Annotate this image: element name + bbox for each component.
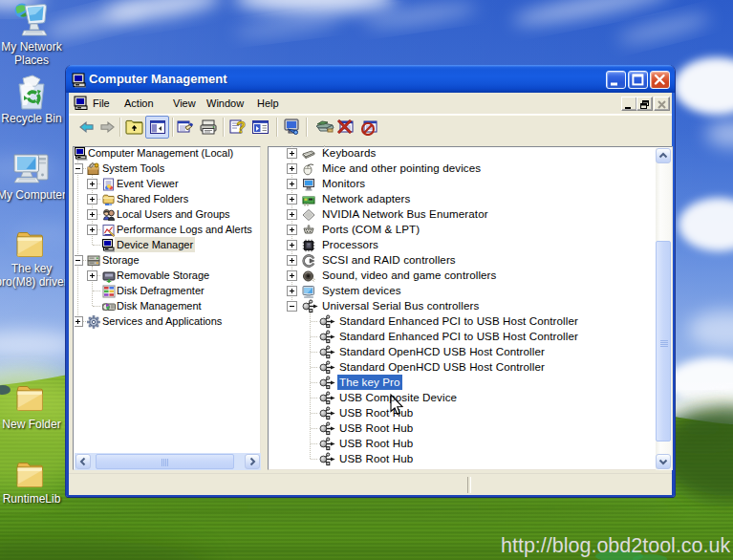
svg-text:?: ? xyxy=(237,119,247,136)
